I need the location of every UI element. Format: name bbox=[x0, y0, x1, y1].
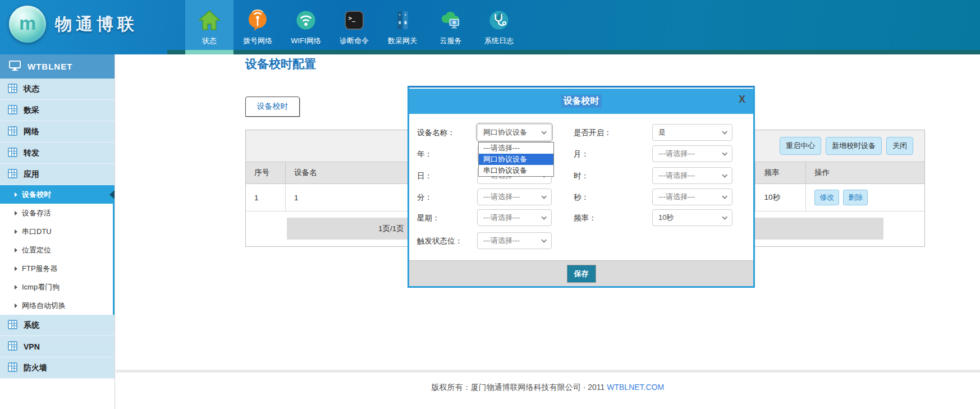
footer-divider bbox=[116, 370, 980, 373]
caret-right-icon bbox=[15, 229, 17, 234]
restart-center-button[interactable]: 重启中心 bbox=[780, 137, 821, 155]
sidebar-item-vpn[interactable]: VPN bbox=[0, 336, 115, 357]
chevron-down-icon bbox=[541, 237, 547, 243]
chevron-down-icon bbox=[541, 214, 547, 220]
nav-label: 诊断命令 bbox=[340, 36, 369, 46]
field-label-device-name: 设备名称： bbox=[417, 128, 455, 138]
chevron-down-icon bbox=[722, 129, 727, 135]
nav-label: WIFI网络 bbox=[291, 36, 320, 46]
chevron-down-icon bbox=[541, 129, 547, 135]
nav-item-gateway[interactable]: 数采网关 bbox=[378, 0, 427, 50]
submenu-item-device-alive[interactable]: 设备存活 bbox=[0, 204, 113, 222]
dropdown-option-serial-protocol-device[interactable]: 串口协议设备 bbox=[479, 165, 553, 176]
frequency-select[interactable]: 10秒 bbox=[652, 209, 732, 226]
week-select[interactable]: ---请选择--- bbox=[477, 209, 552, 226]
device-name-select[interactable]: 网口协议设备 bbox=[477, 124, 552, 141]
column-header-frequency: 频率 bbox=[755, 162, 806, 183]
column-header-index: 序号 bbox=[246, 162, 286, 183]
application-submenu: 设备校时 设备存活 串口DTU 位置定位 FTP服务器 Icmp看门狗 网络自动… bbox=[0, 185, 115, 315]
nav-item-diagnostics[interactable]: >_ 诊断命令 bbox=[330, 0, 378, 50]
caret-right-icon bbox=[15, 304, 17, 308]
sidebar-item-system[interactable]: 系统 bbox=[0, 315, 115, 336]
grid-icon bbox=[8, 126, 17, 137]
edit-button[interactable]: 修改 bbox=[814, 190, 839, 205]
submenu-item-network-autoswitch[interactable]: 网络自动切换 bbox=[0, 296, 113, 315]
sidebar-item-firewall[interactable]: 防火墙 bbox=[0, 357, 115, 379]
caret-right-icon bbox=[15, 211, 17, 215]
caret-right-icon bbox=[15, 192, 17, 197]
close-button[interactable]: 关闭 bbox=[886, 137, 913, 155]
nav-item-dialup[interactable]: 拨号网络 bbox=[233, 0, 282, 50]
system-name: WTBLNET bbox=[28, 62, 72, 71]
sidebar-item-status[interactable]: 状态 bbox=[0, 79, 115, 100]
nav-active-indicator bbox=[185, 50, 233, 54]
field-label-frequency: 频率： bbox=[574, 213, 597, 223]
monitor-icon bbox=[9, 61, 21, 73]
select-value: ---请选择--- bbox=[483, 192, 520, 202]
save-button[interactable]: 保存 bbox=[567, 265, 596, 283]
sidebar-item-application[interactable]: 应用 bbox=[0, 164, 115, 185]
field-label-enabled: 是否开启： bbox=[574, 128, 612, 138]
caret-right-icon bbox=[15, 266, 17, 271]
nav-item-wifi[interactable]: WIFI网络 bbox=[282, 0, 330, 50]
select-value: 10秒 bbox=[658, 213, 674, 223]
second-select[interactable]: ---请选择--- bbox=[652, 189, 732, 205]
submenu-item-serial-dtu[interactable]: 串口DTU bbox=[0, 222, 113, 241]
close-icon[interactable]: X bbox=[739, 94, 745, 105]
select-value: 网口协议设备 bbox=[483, 127, 527, 137]
modal-footer: 保存 bbox=[409, 260, 753, 286]
submenu-item-device-timing[interactable]: 设备校时 bbox=[0, 185, 115, 204]
cloud-monitor-icon bbox=[439, 10, 462, 33]
grid-icon bbox=[8, 169, 17, 180]
submenu-item-icmp-watchdog[interactable]: Icmp看门狗 bbox=[0, 278, 113, 296]
select-value: ---请选择--- bbox=[483, 213, 520, 223]
trigger-status-select[interactable]: ---请选择--- bbox=[477, 232, 552, 249]
sidebar-item-label: VPN bbox=[24, 342, 40, 351]
cell-operation: 修改 删除 bbox=[806, 184, 924, 211]
add-timing-device-button[interactable]: 新增校时设备 bbox=[826, 137, 882, 155]
nav-bottom-strip bbox=[167, 50, 980, 54]
month-select[interactable]: ---请选择--- bbox=[652, 145, 732, 162]
grid-icon bbox=[8, 105, 17, 116]
nav-label: 数采网关 bbox=[388, 36, 417, 46]
hour-select[interactable]: ---请选择--- bbox=[652, 167, 732, 184]
grid-icon bbox=[8, 148, 17, 159]
wtblnet-link[interactable]: WTBLNET.COM bbox=[607, 383, 664, 392]
submenu-item-location[interactable]: 位置定位 bbox=[0, 241, 113, 259]
top-nav: 状态 拨号网络 WIFI网络 >_ 诊断命令 数采网关 bbox=[185, 0, 523, 50]
grid-icon bbox=[8, 341, 17, 352]
sidebar-item-network[interactable]: 网络 bbox=[0, 121, 115, 143]
submenu-item-label: 位置定位 bbox=[22, 245, 51, 255]
wifi-icon bbox=[295, 10, 317, 33]
dropdown-option-placeholder[interactable]: ---请选择--- bbox=[479, 143, 553, 154]
delete-button[interactable]: 删除 bbox=[843, 190, 868, 205]
sidebar-item-label: 转发 bbox=[24, 148, 39, 158]
select-value: ---请选择--- bbox=[483, 236, 520, 246]
gateway-server-icon bbox=[391, 10, 414, 33]
column-header-operation: 操作 bbox=[806, 162, 924, 183]
sidebar-item-forward[interactable]: 转发 bbox=[0, 143, 115, 164]
sidebar-item-label: 应用 bbox=[24, 169, 39, 180]
tab-device-timing[interactable]: 设备校时 bbox=[245, 96, 300, 117]
submenu-item-label: 设备校时 bbox=[22, 190, 51, 200]
submenu-item-label: FTP服务器 bbox=[22, 264, 58, 274]
nav-item-cloud[interactable]: 云服务 bbox=[427, 0, 475, 50]
modal-title-bar: 设备校时 X bbox=[409, 89, 753, 114]
nav-item-syslog[interactable]: 系统日志 bbox=[475, 0, 523, 50]
submenu-item-label: 串口DTU bbox=[22, 227, 52, 237]
chevron-down-icon bbox=[722, 172, 727, 178]
brand-name: 物通博联 bbox=[55, 13, 138, 36]
globe-logo-icon: m bbox=[9, 6, 46, 43]
sidebar-header: WTBLNET bbox=[0, 54, 115, 79]
minute-select[interactable]: ---请选择--- bbox=[477, 189, 552, 205]
sidebar-item-label: 状态 bbox=[24, 84, 39, 94]
sidebar-item-data-collect[interactable]: 数采 bbox=[0, 100, 115, 121]
dropdown-option-net-protocol-device[interactable]: 网口协议设备 bbox=[479, 154, 553, 165]
stethoscope-icon bbox=[488, 10, 510, 33]
submenu-item-ftp-server[interactable]: FTP服务器 bbox=[0, 259, 113, 278]
page-title: 设备校时配置 bbox=[245, 56, 316, 72]
sidebar-item-label: 防火墙 bbox=[24, 363, 47, 373]
enabled-select[interactable]: 是 bbox=[652, 124, 732, 141]
grid-icon bbox=[8, 362, 17, 374]
nav-item-status[interactable]: 状态 bbox=[185, 0, 233, 50]
